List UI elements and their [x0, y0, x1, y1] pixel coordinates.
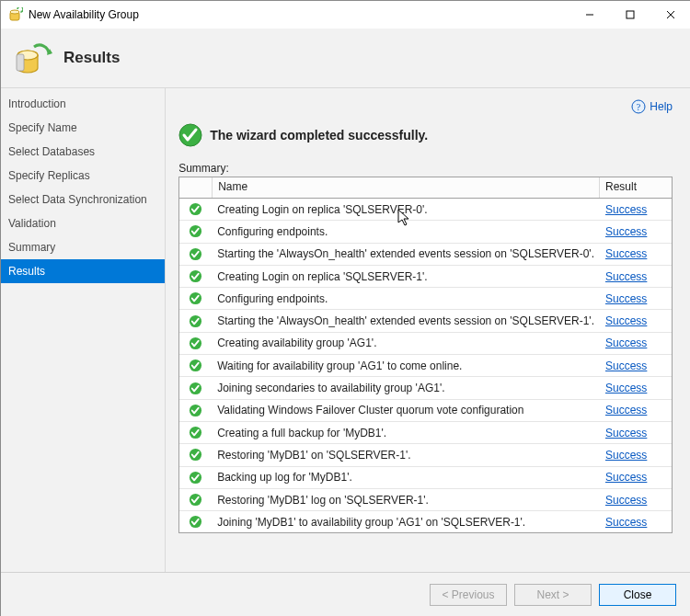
headline: The wizard completed successfully. — [178, 123, 673, 147]
header-band: Results — [1, 29, 690, 88]
success-icon — [179, 291, 212, 305]
result-link[interactable]: Success — [605, 427, 647, 439]
table-row: Configuring endpoints.Success — [179, 221, 672, 243]
success-icon — [179, 515, 212, 529]
wizard-content: ? Help The wizard completed successfully… — [166, 88, 690, 572]
sidebar-item-results[interactable]: Results — [1, 259, 165, 283]
svg-text:?: ? — [637, 102, 641, 112]
success-icon — [179, 314, 212, 328]
row-name: Creating availability group 'AG1'. — [212, 337, 600, 349]
row-name: Creating Login on replica 'SQLSERVER-0'. — [212, 203, 600, 216]
results-grid: Name Result Creating Login on replica 'S… — [178, 177, 673, 533]
wizard-body: IntroductionSpecify NameSelect Databases… — [1, 88, 690, 572]
close-wizard-button[interactable]: Close — [599, 584, 676, 606]
col-icon-header[interactable] — [179, 177, 213, 198]
success-icon — [179, 224, 212, 238]
close-button[interactable] — [650, 1, 690, 29]
table-row: Restoring 'MyDB1' log on 'SQLSERVER-1'.S… — [179, 489, 672, 511]
row-result: Success — [600, 471, 672, 484]
page-title: Results — [63, 49, 120, 67]
sidebar-item-specify-replicas[interactable]: Specify Replicas — [1, 164, 165, 188]
next-button: Next > — [514, 584, 592, 606]
table-row: Restoring 'MyDB1' on 'SQLSERVER-1'.Succe… — [179, 444, 672, 466]
result-link[interactable]: Success — [605, 359, 647, 372]
table-row: Creating Login on replica 'SQLSERVER-0'.… — [179, 199, 672, 221]
table-row: Creating availability group 'AG1'.Succes… — [179, 333, 672, 355]
col-result-header[interactable]: Result — [600, 177, 672, 198]
result-link[interactable]: Success — [605, 404, 647, 416]
row-name: Configuring endpoints. — [212, 225, 600, 238]
row-result: Success — [600, 270, 672, 283]
row-name: Starting the 'AlwaysOn_health' extended … — [212, 247, 600, 260]
previous-button: < Previous — [430, 584, 507, 606]
table-row: Backing up log for 'MyDB1'.Success — [179, 467, 672, 489]
row-result: Success — [600, 516, 672, 529]
result-link[interactable]: Success — [605, 516, 647, 529]
row-result: Success — [600, 382, 672, 394]
row-result: Success — [600, 449, 672, 462]
row-result: Success — [600, 225, 672, 238]
row-name: Configuring endpoints. — [212, 292, 600, 305]
window-controls — [569, 1, 690, 29]
row-name: Restoring 'MyDB1' log on 'SQLSERVER-1'. — [212, 494, 600, 507]
row-name: Backing up log for 'MyDB1'. — [212, 471, 600, 484]
help-link[interactable]: Help — [650, 100, 673, 113]
row-result: Success — [600, 427, 672, 439]
result-link[interactable]: Success — [605, 337, 647, 349]
maximize-button[interactable] — [610, 1, 650, 29]
result-link[interactable]: Success — [605, 270, 647, 283]
success-icon — [179, 202, 212, 216]
result-link[interactable]: Success — [605, 449, 647, 462]
table-row: Starting the 'AlwaysOn_health' extended … — [179, 244, 672, 266]
result-link[interactable]: Success — [605, 203, 647, 216]
wizard-sidebar: IntroductionSpecify NameSelect Databases… — [1, 88, 166, 572]
sidebar-item-validation[interactable]: Validation — [1, 211, 165, 235]
row-name: Validating Windows Failover Cluster quor… — [212, 404, 600, 416]
result-link[interactable]: Success — [605, 247, 647, 260]
svg-rect-2 — [627, 11, 634, 18]
result-link[interactable]: Success — [605, 494, 647, 507]
table-row: Creating a full backup for 'MyDB1'.Succe… — [179, 422, 672, 444]
window: New Availability Group Result — [0, 0, 690, 616]
window-title: New Availability Group — [29, 8, 569, 21]
database-refresh-icon — [14, 39, 52, 77]
sidebar-item-specify-name[interactable]: Specify Name — [1, 116, 165, 140]
result-link[interactable]: Success — [605, 292, 647, 305]
row-result: Success — [600, 337, 672, 349]
success-icon — [179, 404, 212, 417]
titlebar: New Availability Group — [1, 1, 690, 29]
success-icon — [179, 337, 212, 350]
table-row: Validating Windows Failover Cluster quor… — [179, 400, 672, 422]
result-link[interactable]: Success — [605, 314, 647, 327]
row-name: Joining 'MyDB1' to availability group 'A… — [212, 516, 600, 529]
help-icon: ? — [631, 99, 646, 114]
row-name: Restoring 'MyDB1' on 'SQLSERVER-1'. — [212, 449, 600, 462]
row-result: Success — [600, 203, 672, 216]
row-name: Waiting for availability group 'AG1' to … — [212, 359, 600, 372]
table-row: Creating Login on replica 'SQLSERVER-1'.… — [179, 266, 672, 288]
row-result: Success — [600, 247, 672, 260]
grid-body: Creating Login on replica 'SQLSERVER-0'.… — [179, 199, 672, 532]
table-row: Joining 'MyDB1' to availability group 'A… — [179, 511, 672, 532]
success-icon — [178, 123, 202, 147]
col-name-header[interactable]: Name — [213, 177, 600, 198]
grid-header: Name Result — [179, 177, 672, 199]
minimize-button[interactable] — [569, 1, 610, 29]
sidebar-item-introduction[interactable]: Introduction — [1, 92, 165, 116]
table-row: Joining secondaries to availability grou… — [179, 377, 672, 399]
result-link[interactable]: Success — [605, 225, 647, 238]
result-link[interactable]: Success — [605, 382, 647, 394]
result-link[interactable]: Success — [605, 471, 647, 484]
svg-rect-5 — [17, 54, 24, 71]
row-result: Success — [600, 359, 672, 372]
help-row: ? Help — [178, 99, 673, 114]
row-result: Success — [600, 494, 672, 507]
row-name: Creating Login on replica 'SQLSERVER-1'. — [212, 270, 600, 283]
row-result: Success — [600, 404, 672, 416]
app-icon — [8, 7, 23, 22]
row-result: Success — [600, 314, 672, 327]
row-name: Creating a full backup for 'MyDB1'. — [212, 427, 600, 439]
sidebar-item-summary[interactable]: Summary — [1, 235, 165, 259]
sidebar-item-select-databases[interactable]: Select Databases — [1, 140, 165, 164]
sidebar-item-select-data-synchronization[interactable]: Select Data Synchronization — [1, 188, 165, 211]
